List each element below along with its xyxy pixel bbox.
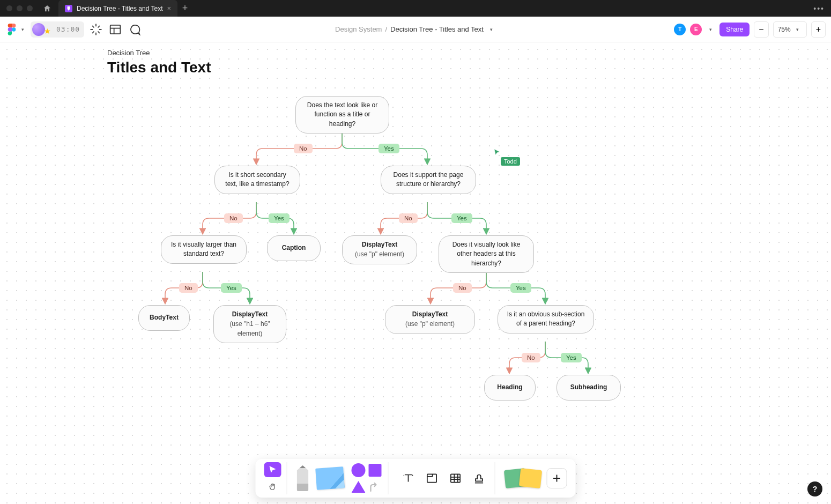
chevron-down-icon[interactable]: ▾ xyxy=(706,27,715,32)
svg-rect-3 xyxy=(451,474,460,482)
template-thumb-icon[interactable] xyxy=(519,468,542,488)
edge-label-yes: Yes xyxy=(510,283,531,293)
help-button[interactable]: ? xyxy=(807,481,822,496)
edge-label-no: No xyxy=(399,213,418,223)
traffic-lights xyxy=(0,5,39,11)
edge-label-no: No xyxy=(294,144,313,153)
layout-icon[interactable] xyxy=(108,22,123,37)
edge-label-yes: Yes xyxy=(221,283,242,293)
svg-point-0 xyxy=(12,27,16,31)
edge-label-yes: Yes xyxy=(451,213,472,223)
floating-toolbar xyxy=(256,459,576,498)
node-display-h[interactable]: DisplayText (use "h1 – h6" element) xyxy=(213,305,286,343)
section-tool-icon[interactable] xyxy=(422,468,442,488)
edge-label-yes: Yes xyxy=(269,213,290,223)
timer-widget[interactable]: ★ 03:00 xyxy=(31,21,84,38)
breadcrumb: Design System / Decision Tree - Titles a… xyxy=(335,25,496,33)
node-display-p[interactable]: DisplayText (use "p" element) xyxy=(342,235,417,264)
node-subsection[interactable]: Is it an obvious sub-section of a parent… xyxy=(498,305,594,333)
page-title: Titles and Text xyxy=(107,59,211,76)
figjam-file-icon xyxy=(65,5,72,12)
node-caption[interactable]: Caption xyxy=(267,235,321,261)
edge-label-yes: Yes xyxy=(561,353,582,362)
edge-label-no: No xyxy=(224,213,243,223)
node-larger[interactable]: Is it visually larger than standard text… xyxy=(161,235,247,264)
collaborator-label: Todd xyxy=(501,157,520,166)
node-display-p2[interactable]: DisplayText (use "p" element) xyxy=(385,305,475,334)
table-tool-icon[interactable] xyxy=(446,468,466,488)
node-bodytext[interactable]: BodyText xyxy=(138,305,190,331)
close-icon[interactable]: × xyxy=(167,4,172,12)
ellipse-shape-icon[interactable] xyxy=(352,463,366,477)
svg-rect-2 xyxy=(427,474,436,482)
node-subheading[interactable]: Subheading xyxy=(557,375,621,401)
comment-icon[interactable] xyxy=(127,22,142,37)
node-heading[interactable]: Heading xyxy=(484,375,536,401)
breadcrumb-parent[interactable]: Design System xyxy=(335,25,382,33)
sparkle-icon[interactable] xyxy=(88,22,103,37)
breadcrumb-current[interactable]: Decision Tree - Titles and Text xyxy=(390,25,484,33)
avatar[interactable]: E xyxy=(690,24,702,35)
avatar[interactable]: T xyxy=(674,24,686,35)
hand-tool-icon[interactable] xyxy=(264,479,281,494)
home-icon[interactable] xyxy=(39,4,55,13)
timer-avatar-icon xyxy=(32,23,45,36)
figma-menu-icon[interactable] xyxy=(5,24,18,35)
zoom-level[interactable]: 75% ▾ xyxy=(773,21,807,38)
edge-label-no: No xyxy=(453,283,472,293)
star-icon: ★ xyxy=(44,27,51,35)
page-header: Decision Tree Titles and Text xyxy=(107,49,211,76)
timer-value: 03:00 xyxy=(56,25,80,33)
collaborator-cursor: Todd xyxy=(493,149,520,166)
pencil-tool-icon[interactable] xyxy=(297,465,309,491)
canvas[interactable]: Decision Tree Titles and Text Does the t… xyxy=(0,42,831,504)
rectangle-shape-icon[interactable] xyxy=(369,464,382,477)
move-tool-icon[interactable] xyxy=(264,462,281,477)
window-titlebar: Decision Tree - Titles and Text × + ••• xyxy=(0,0,831,17)
edge-label-no: No xyxy=(179,283,198,293)
share-button[interactable]: Share xyxy=(719,23,750,36)
node-looklike[interactable]: Does it visually look like other headers… xyxy=(439,235,534,273)
node-support[interactable]: Does it support the page structure or hi… xyxy=(381,166,476,194)
tab-label: Decision Tree - Titles and Text xyxy=(77,5,163,12)
node-secondary[interactable]: Is it short secondary text, like a times… xyxy=(214,166,300,194)
triangle-shape-icon[interactable] xyxy=(352,481,366,493)
edge-label-no: No xyxy=(522,353,540,362)
connector-tool-icon[interactable] xyxy=(369,480,382,493)
chevron-down-icon[interactable]: ▾ xyxy=(487,27,496,32)
node-root[interactable]: Does the text look like or function as a… xyxy=(295,96,389,134)
add-template-icon[interactable] xyxy=(547,468,567,488)
page-eyebrow: Decision Tree xyxy=(107,49,211,57)
file-tab[interactable]: Decision Tree - Titles and Text × xyxy=(58,0,177,17)
new-tab-button[interactable]: + xyxy=(177,3,192,14)
app-toolbar: ▾ ★ 03:00 Design System / Decision Tree … xyxy=(0,17,831,42)
stamp-tool-icon[interactable] xyxy=(469,468,489,488)
chevron-down-icon: ▾ xyxy=(793,27,802,32)
edge-label-yes: Yes xyxy=(379,144,399,153)
zoom-out-button[interactable]: − xyxy=(754,21,768,38)
text-tool-icon[interactable] xyxy=(398,468,419,488)
sticky-note-tool-icon[interactable] xyxy=(315,466,345,490)
zoom-in-button[interactable]: + xyxy=(811,21,826,38)
window-menu-icon[interactable]: ••• xyxy=(813,4,831,13)
chevron-down-icon[interactable]: ▾ xyxy=(18,27,27,32)
svg-rect-1 xyxy=(110,25,121,33)
